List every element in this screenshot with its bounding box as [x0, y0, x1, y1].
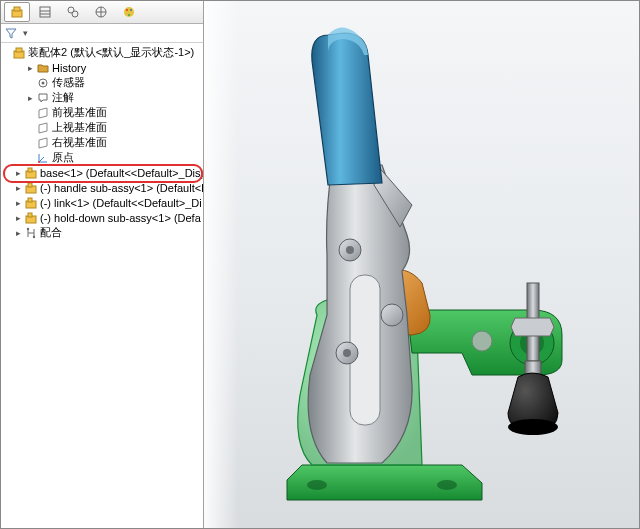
- tab-config[interactable]: [60, 2, 86, 22]
- plane-icon: [36, 121, 50, 135]
- part-icon: [24, 181, 38, 195]
- tree-filter-row: ▾: [1, 24, 203, 43]
- expand-icon[interactable]: [25, 108, 35, 118]
- tab-display[interactable]: [88, 2, 114, 22]
- tree-item-label: base<1> (Default<<Default>_Disp: [40, 167, 203, 179]
- svg-point-18: [38, 161, 40, 163]
- part-fixed-icon: [24, 166, 38, 180]
- tree-item[interactable]: 原点: [1, 150, 203, 165]
- tree-item-label: 传感器: [52, 75, 85, 90]
- plane-icon: [36, 136, 50, 150]
- tree-item-label: 右视基准面: [52, 135, 107, 150]
- expand-icon[interactable]: [25, 138, 35, 148]
- tree-item[interactable]: 上视基准面: [1, 120, 203, 135]
- handle-grip[interactable]: [311, 27, 381, 185]
- svg-point-43: [381, 304, 403, 326]
- tree-item-label: (-) hold-down sub-assy<1> (Defa: [40, 212, 201, 224]
- expand-icon[interactable]: ▸: [13, 228, 23, 238]
- tree-item-label: 原点: [52, 150, 74, 165]
- filter-dropdown-icon[interactable]: ▾: [20, 28, 30, 38]
- expand-icon[interactable]: ▸: [13, 168, 23, 178]
- tree-item[interactable]: ▸History: [1, 60, 203, 75]
- tree-item[interactable]: 前视基准面: [1, 105, 203, 120]
- svg-rect-1: [14, 7, 20, 11]
- part-icon: [24, 196, 38, 210]
- svg-point-27: [27, 227, 29, 229]
- mates-icon: [24, 226, 38, 240]
- tree-item[interactable]: ▸(-) link<1> (Default<<Default>_Di: [1, 195, 203, 210]
- tab-appearance[interactable]: [116, 2, 142, 22]
- funnel-icon[interactable]: [4, 26, 18, 40]
- folder-icon: [36, 61, 50, 75]
- tree-item[interactable]: ▸配合: [1, 225, 203, 240]
- svg-rect-22: [28, 183, 32, 187]
- svg-point-13: [128, 14, 130, 16]
- tree-root-label: 装配体2 (默认<默认_显示状态-1>): [28, 45, 194, 60]
- expand-icon[interactable]: ▸: [25, 93, 35, 103]
- tree-item-label: 前视基准面: [52, 105, 107, 120]
- origin-icon: [36, 151, 50, 165]
- tree-item[interactable]: ▸base<1> (Default<<Default>_Disp: [1, 165, 203, 180]
- feature-tree-panel: ▾ 装配体2 (默认<默认_显示状态-1>)▸History传感器▸注解前视基准…: [1, 1, 204, 528]
- expand-icon[interactable]: ▸: [13, 213, 23, 223]
- tree-item-label: History: [52, 62, 86, 74]
- tree-item[interactable]: ▸(-) handle sub-assy<1> (Default<I: [1, 180, 203, 195]
- tab-assembly[interactable]: [4, 2, 30, 22]
- expand-icon[interactable]: ▸: [13, 183, 23, 193]
- 3d-viewport[interactable]: [204, 1, 639, 528]
- tree-item[interactable]: 右视基准面: [1, 135, 203, 150]
- tab-feature-manager[interactable]: [32, 2, 58, 22]
- svg-rect-24: [28, 198, 32, 202]
- expand-icon[interactable]: [25, 153, 35, 163]
- svg-point-6: [72, 11, 78, 17]
- assembly-icon: [12, 46, 26, 60]
- solidworks-window: ▾ 装配体2 (默认<默认_显示状态-1>)▸History传感器▸注解前视基准…: [0, 0, 640, 529]
- sensor-icon: [36, 76, 50, 90]
- expand-icon[interactable]: [25, 123, 35, 133]
- tree-item[interactable]: ▸(-) hold-down sub-assy<1> (Defa: [1, 210, 203, 225]
- tree-item-label: (-) link<1> (Default<<Default>_Di: [40, 197, 202, 209]
- svg-point-30: [437, 480, 457, 490]
- expand-icon[interactable]: ▸: [13, 198, 23, 208]
- toggle-clamp-model[interactable]: [232, 15, 612, 515]
- tree-item-label: 配合: [40, 225, 62, 240]
- annot-icon: [36, 91, 50, 105]
- svg-point-42: [346, 246, 354, 254]
- tree-root[interactable]: 装配体2 (默认<默认_显示状态-1>): [1, 45, 203, 60]
- base-plate[interactable]: [287, 465, 482, 500]
- expand-icon[interactable]: [1, 48, 11, 58]
- svg-point-17: [42, 81, 45, 84]
- tree-item-label: 上视基准面: [52, 120, 107, 135]
- tree-item[interactable]: ▸注解: [1, 90, 203, 105]
- svg-rect-15: [16, 48, 22, 52]
- svg-point-35: [472, 331, 492, 351]
- part-icon: [24, 211, 38, 225]
- svg-rect-20: [28, 168, 32, 172]
- svg-point-28: [33, 235, 35, 237]
- svg-point-11: [126, 9, 128, 11]
- expand-icon[interactable]: ▸: [25, 63, 35, 73]
- tree-item-label: (-) handle sub-assy<1> (Default<I: [40, 182, 203, 194]
- svg-point-45: [343, 349, 351, 357]
- panel-tabstrip: [1, 1, 203, 24]
- tree-item[interactable]: 传感器: [1, 75, 203, 90]
- plane-icon: [36, 106, 50, 120]
- expand-icon[interactable]: [25, 78, 35, 88]
- feature-tree[interactable]: 装配体2 (默认<默认_显示状态-1>)▸History传感器▸注解前视基准面上…: [1, 43, 203, 528]
- svg-rect-2: [40, 7, 50, 17]
- svg-point-29: [307, 480, 327, 490]
- tree-item-label: 注解: [52, 90, 74, 105]
- svg-point-38: [508, 419, 558, 435]
- svg-rect-26: [28, 213, 32, 217]
- svg-point-12: [130, 9, 132, 11]
